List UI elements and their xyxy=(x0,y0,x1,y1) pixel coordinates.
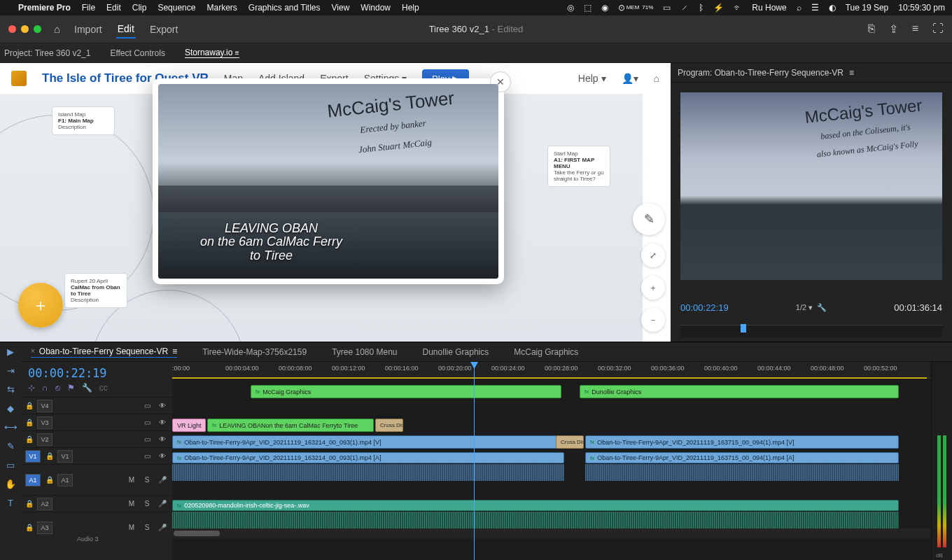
track-head-v2[interactable]: 🔒V2▭👁 xyxy=(21,430,172,447)
add-island-button[interactable]: ＋ xyxy=(18,283,63,328)
link-icon[interactable]: ⎋ xyxy=(55,383,60,393)
hand-tool-icon[interactable]: ✋ xyxy=(5,479,16,489)
work-area-bar[interactable] xyxy=(172,377,927,379)
menubar-siri-icon[interactable]: ◐ xyxy=(829,3,836,13)
timeline-scrollbar[interactable] xyxy=(172,528,931,538)
track-head-a1[interactable]: A1🔒A1MS🎤 xyxy=(21,464,172,495)
program-current-tc[interactable]: 00:00:22:19 xyxy=(680,302,729,313)
menubar-battery-icon[interactable]: ⚡ xyxy=(713,3,724,13)
quick-export-icon[interactable]: ⎘ xyxy=(868,22,875,36)
track-select-tool-icon[interactable]: ⇥ xyxy=(7,365,15,376)
program-viewport[interactable]: McCaig's Tower based on the Coliseum, it… xyxy=(680,92,942,280)
timeline-playhead[interactable] xyxy=(474,362,475,560)
workspace-import-tab[interactable]: Import xyxy=(73,21,104,38)
timeline-timecode[interactable]: 00:00:22:19 xyxy=(21,362,172,382)
menubar-control-icon[interactable]: ☰ xyxy=(811,3,819,13)
menu-markers[interactable]: Markers xyxy=(206,3,237,13)
fullscreen-icon[interactable]: ⛶ xyxy=(932,22,944,36)
clip-vrlight[interactable]: VR Light xyxy=(172,419,206,432)
menu-file[interactable]: File xyxy=(82,3,95,13)
clip-dunollie[interactable]: fxDunollie Graphics xyxy=(580,385,899,398)
node-first-menu[interactable]: Start Map A1: FIRST MAP MENU Take the Fe… xyxy=(547,146,610,187)
window-maximize-button[interactable] xyxy=(34,25,41,33)
menu-graphics[interactable]: Graphics and Titles xyxy=(248,3,321,13)
menubar-bt-icon[interactable]: ᛒ xyxy=(699,3,704,13)
menubar-mem[interactable]: ⊙MEM71% xyxy=(618,3,654,13)
menu-app-name[interactable]: Premiere Pro xyxy=(18,3,71,13)
menu-view[interactable]: View xyxy=(332,3,350,13)
clip-leaving[interactable]: fxLEAVING OBANon the 6am CalMac Ferryto … xyxy=(207,419,374,432)
program-ruler[interactable] xyxy=(680,325,942,337)
timeline-content[interactable]: :00:0000:00:04:0000:00:08:0000:00:12:000… xyxy=(172,362,931,560)
storn-home-icon[interactable]: ⌂ xyxy=(654,73,659,84)
clip-mccaig[interactable]: fxMcCaig Graphics xyxy=(251,385,561,398)
menubar-cc-icon[interactable]: ◎ xyxy=(567,3,574,13)
node-calmac[interactable]: Rupert 20 April CalMac from Oban to Tire… xyxy=(64,273,127,308)
scrollbar-thumb[interactable] xyxy=(174,531,220,536)
canvas-zoom-out-icon[interactable]: － xyxy=(641,308,665,332)
seq-tab-4[interactable]: McCaig Graphics xyxy=(514,347,578,357)
menu-clip[interactable]: Clip xyxy=(132,3,147,13)
menubar-dropbox-icon[interactable]: ⬚ xyxy=(584,3,592,13)
track-head-a2[interactable]: 🔒A2MS🎤 xyxy=(21,495,172,512)
effect-controls-tab[interactable]: Effect Controls xyxy=(110,48,164,58)
menu-sequence[interactable]: Sequence xyxy=(158,3,195,13)
program-tab[interactable]: Program: Oban-to-Tiree-Ferry Sequence-VR… xyxy=(671,63,952,83)
ripple-tool-icon[interactable]: ⇆ xyxy=(7,384,15,395)
type-tool-icon[interactable]: T xyxy=(8,498,13,508)
menu-edit[interactable]: Edit xyxy=(106,3,121,13)
workspace-menu-icon[interactable]: ≡ xyxy=(912,22,918,36)
track-head-v1[interactable]: V1🔒V1▭👁 xyxy=(21,447,172,464)
program-zoom-select[interactable]: 1/2 ▾ 🔧 xyxy=(796,303,827,312)
workspace-export-tab[interactable]: Export xyxy=(148,21,179,38)
program-playhead[interactable] xyxy=(741,324,746,332)
razor-tool-icon[interactable]: ◆ xyxy=(7,403,14,414)
window-close-button[interactable] xyxy=(8,25,16,33)
menubar-tool-icon[interactable]: ⟋ xyxy=(680,3,689,13)
share-icon[interactable]: ⇪ xyxy=(889,22,898,36)
selection-tool-icon[interactable]: ▶ xyxy=(7,346,14,357)
edit-fab-button[interactable]: ✎ xyxy=(633,203,665,235)
home-icon[interactable]: ⌂ xyxy=(54,23,60,35)
menubar-wifi-icon[interactable]: ᯤ xyxy=(734,3,742,13)
slip-tool-icon[interactable]: ⟷ xyxy=(4,422,18,433)
node-main-map[interactable]: Island Map F1: Main Map Description xyxy=(52,106,115,135)
cc-icon[interactable]: cc xyxy=(99,383,108,393)
storn-user-icon[interactable]: 👤▾ xyxy=(622,73,638,84)
clip-crossdis-v1[interactable]: Cross Dis xyxy=(556,435,584,449)
menu-help[interactable]: Help xyxy=(402,3,419,13)
timeline-ruler[interactable]: :00:0000:00:04:0000:00:08:0000:00:12:000… xyxy=(172,362,931,379)
menubar-date[interactable]: Tue 19 Sep xyxy=(846,3,889,13)
canvas-zoom-in-icon[interactable]: ＋ xyxy=(641,276,665,300)
menubar-user[interactable]: Ru Howe xyxy=(752,3,786,13)
clip-v1b[interactable]: fxOban-to-Tiree-Ferry-9Apr_VID_20211119_… xyxy=(585,435,899,449)
canvas-expand-icon[interactable]: ⤢ xyxy=(641,244,665,267)
marker-icon[interactable]: ⚑ xyxy=(67,383,75,393)
storn-help[interactable]: Help ▾ xyxy=(578,73,606,84)
menubar-search-icon[interactable]: ⌕ xyxy=(797,3,802,13)
menubar-time[interactable]: 10:59:30 pm xyxy=(898,3,945,13)
menubar-display-icon[interactable]: ▭ xyxy=(663,3,671,13)
magnet-icon[interactable]: ∩ xyxy=(42,383,48,393)
rect-tool-icon[interactable]: ▭ xyxy=(6,460,15,470)
project-tab[interactable]: Project: Tiree 360 v2_1 xyxy=(4,48,90,58)
clip-a1b[interactable]: fxOban-to-Tiree-Ferry-9Apr_VID_20211119_… xyxy=(585,452,899,463)
menu-window[interactable]: Window xyxy=(360,3,391,13)
seq-tab-3[interactable]: Dunollie Graphics xyxy=(423,347,489,357)
pen-tool-icon[interactable]: ✎ xyxy=(7,441,15,451)
workspace-edit-tab[interactable]: Edit xyxy=(116,20,136,38)
track-head-v4[interactable]: 🔒V4▭👁 xyxy=(21,397,172,414)
snap-icon[interactable]: ⊹ xyxy=(28,383,35,393)
window-minimize-button[interactable] xyxy=(21,25,29,33)
stornaway-tab[interactable]: Stornaway.io ≡ xyxy=(185,48,239,58)
clip-v1a[interactable]: fxOban-to-Tiree-Ferry-9Apr_VID_20211119_… xyxy=(172,435,564,449)
track-head-v3[interactable]: 🔒V3▭👁 xyxy=(21,414,172,430)
seq-tab-0[interactable]: ×Oban-to-Tiree-Ferry Sequence-VR ≡ xyxy=(31,346,177,358)
menubar-record-icon[interactable]: ◉ xyxy=(601,3,608,13)
seq-tab-1[interactable]: Tiree-Wide-Map-3756x2159 xyxy=(202,347,307,357)
seq-tab-2[interactable]: Tyree 1080 Menu xyxy=(332,347,397,357)
wrench-icon[interactable]: 🔧 xyxy=(82,383,92,393)
clip-a1a[interactable]: fxOban-to-Tiree-Ferry-9Apr_VID_20211119_… xyxy=(172,452,564,463)
clip-crossdis-v2[interactable]: Cross Dis xyxy=(375,419,403,432)
clip-music[interactable]: fx020520980-mandolin-irish-celtic-jig-se… xyxy=(172,500,899,511)
